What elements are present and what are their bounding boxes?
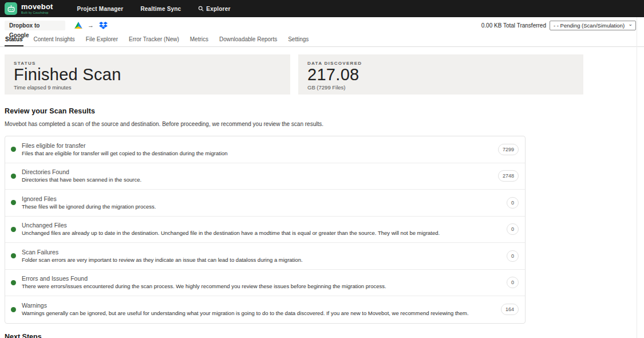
nav-realtime-sync[interactable]: Realtime Sync (140, 6, 181, 12)
nav-explorer-label: Explorer (206, 6, 230, 12)
status-dot-icon (11, 280, 16, 285)
tab-content-insights[interactable]: Content Insights (33, 33, 76, 46)
scan-result-row: Files eligible for transfer Files that a… (5, 136, 525, 163)
result-text: Directories Found Directories that have … (22, 168, 153, 183)
result-count-badge: 0 (507, 277, 519, 288)
result-text: Files eligible for transfer Files that a… (22, 142, 239, 157)
status-dot-icon (11, 253, 16, 258)
scan-result-row: Directories Found Directories that have … (5, 163, 525, 190)
google-drive-icon (74, 22, 82, 29)
result-text: Scan Failures Folder scan errors are ver… (22, 249, 314, 264)
top-navigation-bar: movebot Built by Couchdrop Project Manag… (0, 0, 644, 17)
migration-status-select-value: - - Pending (Scan/Simulation) (554, 22, 625, 29)
scan-result-row: Warnings Warnings generally can be ignor… (5, 296, 525, 323)
result-count-badge: 2748 (498, 170, 519, 182)
toolbar-right: 0.00 KB Total Transferred - - Pending (S… (481, 21, 636, 30)
scan-results-list: Files eligible for transfer Files that a… (5, 136, 526, 324)
review-results-title: Review your Scan Results (5, 107, 639, 115)
result-count-badge: 0 (507, 223, 519, 235)
result-text: Errors and Issues Found There were error… (22, 275, 398, 290)
tab-file-explorer[interactable]: File Explorer (85, 33, 118, 46)
connector-icons: → (74, 22, 108, 29)
status-card: STATUS Finished Scan Time elapsed 9 minu… (5, 54, 290, 95)
result-count-badge: 0 (507, 250, 519, 262)
migration-status-select[interactable]: - - Pending (Scan/Simulation) ⌄ (550, 21, 636, 30)
result-title: Errors and Issues Found (22, 275, 386, 282)
result-count-badge: 7299 (498, 144, 519, 155)
scan-result-row: Unchanged Files Unchanged files are alre… (5, 217, 525, 243)
status-dot-icon (11, 200, 16, 205)
result-text: Unchanged Files Unchanged files are alre… (22, 222, 451, 237)
tab-error-tracker-new[interactable]: Error Tracker (New) (128, 33, 180, 46)
result-text: Ignored Files These files will be ignore… (22, 195, 167, 210)
result-title: Directories Found (22, 168, 141, 175)
status-dot-icon (11, 227, 16, 232)
tab-settings[interactable]: Settings (287, 33, 309, 46)
nav-project-manager[interactable]: Project Manager (77, 6, 124, 12)
result-description: These files will be ignored during the m… (22, 204, 156, 210)
tab-status[interactable]: Status (5, 33, 23, 46)
status-dot-icon (11, 174, 16, 179)
result-description: Files that are eligible for transfer wil… (22, 151, 228, 157)
project-toolbar: Dropbox to Google → 0 (0, 17, 644, 33)
result-description: Warnings generally can be ignored, but a… (22, 311, 469, 317)
brand-tagline: Built by Couchdrop (21, 11, 53, 14)
result-count-badge: 0 (507, 197, 519, 209)
scan-result-row: Ignored Files These files will be ignore… (5, 190, 525, 217)
movebot-robot-icon (5, 2, 17, 15)
status-dot-icon (11, 147, 16, 152)
result-title: Files eligible for transfer (22, 142, 228, 149)
brand-name: movebot (21, 3, 53, 10)
scrollbar-track[interactable] (637, 17, 637, 338)
nav-project-manager-label: Project Manager (77, 6, 124, 12)
chevron-down-icon: ⌄ (628, 22, 633, 27)
scan-result-row: Scan Failures Folder scan errors are ver… (5, 243, 525, 270)
result-description: Unchanged files are already up to date i… (22, 230, 440, 237)
top-nav-links: Project Manager Realtime Sync Explorer (77, 6, 231, 12)
result-description: Directories that have been scanned in th… (22, 177, 141, 183)
status-card-subtext: Time elapsed 9 minutes (14, 84, 281, 91)
status-card-value: Finished Scan (14, 66, 281, 84)
result-description: There were errors/issues encountered dur… (22, 284, 386, 290)
transfer-arrow-icon: → (88, 22, 94, 29)
data-discovered-card: DATA DISCOVERED 217.08 GB (7299 Files) (298, 54, 583, 95)
result-title: Ignored Files (22, 195, 156, 202)
movebot-logo[interactable]: movebot Built by Couchdrop (5, 2, 53, 15)
result-title: Unchanged Files (22, 222, 440, 229)
result-count-badge: 164 (501, 304, 519, 315)
result-text: Warnings Warnings generally can be ignor… (22, 302, 480, 317)
scan-result-row: Errors and Issues Found There were error… (5, 270, 525, 297)
movebot-app: movebot Built by Couchdrop Project Manag… (0, 0, 644, 338)
nav-realtime-sync-label: Realtime Sync (140, 6, 181, 12)
total-transferred-label: 0.00 KB Total Transferred (481, 22, 546, 29)
search-icon (198, 6, 204, 11)
next-steps-title: Next Steps (5, 333, 639, 338)
nav-explorer[interactable]: Explorer (198, 6, 230, 12)
result-description: Folder scan errors are very important to… (22, 257, 303, 264)
tab-bar: Status Content Insights File Explorer Er… (0, 33, 644, 47)
dropbox-icon (99, 22, 108, 29)
status-dot-icon (11, 307, 16, 312)
status-page-content: STATUS Finished Scan Time elapsed 9 minu… (0, 54, 644, 338)
data-discovered-value: 217.08 (307, 66, 574, 84)
brand-text: movebot Built by Couchdrop (21, 3, 53, 14)
tab-downloadable-reports[interactable]: Downloadable Reports (219, 33, 278, 46)
summary-cards: STATUS Finished Scan Time elapsed 9 minu… (5, 54, 639, 95)
result-title: Scan Failures (22, 249, 303, 256)
data-discovered-subtext: GB (7299 Files) (307, 84, 574, 91)
result-title: Warnings (22, 302, 469, 309)
tab-metrics[interactable]: Metrics (189, 33, 209, 46)
review-results-description: Movebot has completed a scan of the sour… (5, 121, 639, 127)
project-name-input[interactable]: Dropbox to Google (5, 21, 65, 30)
